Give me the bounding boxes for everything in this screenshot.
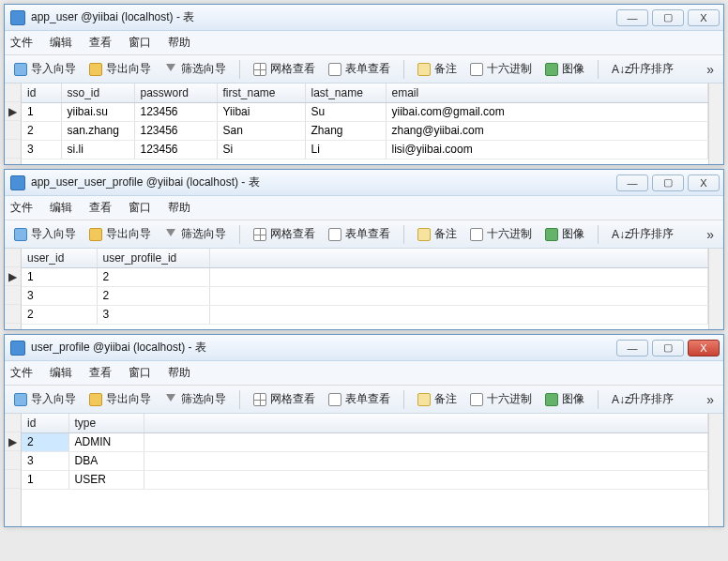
import-wizard-button[interactable]: 导入向导 (10, 389, 80, 409)
table-row[interactable]: 2 san.zhang 123456 San Zhang zhang@yiiba… (22, 121, 708, 140)
table-row[interactable]: 3 2 (22, 286, 708, 305)
cell[interactable]: 2 (22, 305, 97, 324)
table-row[interactable]: 2 ADMIN (22, 432, 708, 451)
cell[interactable]: 3 (97, 305, 209, 324)
titlebar[interactable]: user_profile @yiibai (localhost) - 表 — ▢… (5, 335, 723, 361)
grid-view-button[interactable]: 网格查看 (250, 59, 319, 79)
maximize-button[interactable]: ▢ (652, 9, 684, 26)
menu-edit[interactable]: 编辑 (50, 200, 72, 216)
filter-wizard-button[interactable]: 筛选向导 (160, 59, 230, 79)
col-id[interactable]: id (22, 414, 68, 432)
export-wizard-button[interactable]: 导出向导 (85, 224, 155, 244)
col-user-profile-id[interactable]: user_profile_id (97, 249, 209, 267)
cell[interactable]: ADMIN (68, 432, 144, 451)
image-button[interactable]: 图像 (541, 389, 588, 409)
cell[interactable]: Si (217, 140, 305, 159)
cell-selected[interactable]: 2 (22, 432, 68, 451)
menu-file[interactable]: 文件 (10, 200, 33, 216)
import-wizard-button[interactable]: 导入向导 (10, 59, 80, 79)
menu-help[interactable]: 帮助 (168, 365, 190, 381)
grid-view-button[interactable]: 网格查看 (250, 389, 319, 409)
cell[interactable]: 3 (22, 451, 68, 470)
hex-button[interactable]: 十六进制 (466, 389, 536, 409)
col-sso-id[interactable]: sso_id (61, 83, 134, 102)
table-row[interactable]: 1 2 (22, 267, 708, 286)
cell[interactable]: 2 (97, 267, 209, 286)
menu-window[interactable]: 窗口 (129, 35, 151, 51)
export-wizard-button[interactable]: 导出向导 (85, 389, 155, 409)
menu-view[interactable]: 查看 (89, 35, 112, 51)
form-view-button[interactable]: 表单查看 (325, 224, 394, 244)
cell[interactable]: 123456 (134, 140, 217, 159)
sort-button[interactable]: A↓z升序排序 (608, 59, 677, 79)
cell[interactable]: 3 (22, 140, 61, 159)
cell[interactable]: lisi@yiibai.coom (386, 140, 708, 159)
memo-button[interactable]: 备注 (414, 224, 461, 244)
menu-help[interactable]: 帮助 (168, 200, 190, 216)
image-button[interactable]: 图像 (541, 59, 588, 79)
toolbar-more-button[interactable]: » (703, 227, 718, 242)
cell[interactable]: zhang@yiibai.com (386, 121, 708, 140)
menu-window[interactable]: 窗口 (129, 200, 151, 216)
hex-button[interactable]: 十六进制 (466, 59, 536, 79)
close-button[interactable]: X (688, 340, 720, 356)
hex-button[interactable]: 十六进制 (466, 224, 536, 244)
menu-view[interactable]: 查看 (89, 200, 112, 216)
col-type[interactable]: type (68, 414, 144, 432)
maximize-button[interactable]: ▢ (652, 174, 684, 191)
sort-button[interactable]: A↓z升序排序 (608, 389, 677, 409)
cell[interactable]: San (217, 121, 305, 140)
close-button[interactable]: X (688, 9, 720, 26)
col-first-name[interactable]: first_name (217, 83, 305, 102)
vertical-scrollbar[interactable] (708, 414, 723, 526)
cell[interactable]: Yiibai (217, 102, 305, 121)
col-last-name[interactable]: last_name (305, 83, 386, 102)
cell[interactable]: Su (305, 102, 386, 121)
minimize-button[interactable]: — (616, 174, 648, 191)
header-row[interactable]: user_id user_profile_id (22, 249, 708, 267)
cell[interactable]: 1 (22, 102, 61, 121)
filter-wizard-button[interactable]: 筛选向导 (160, 224, 230, 244)
minimize-button[interactable]: — (616, 340, 648, 356)
memo-button[interactable]: 备注 (414, 59, 461, 79)
cell[interactable]: USER (68, 470, 144, 489)
cell[interactable]: 123456 (134, 121, 217, 140)
data-grid[interactable]: user_id user_profile_id 1 2 3 2 2 3 (22, 249, 708, 329)
filter-wizard-button[interactable]: 筛选向导 (160, 389, 230, 409)
cell[interactable]: 1 (22, 470, 68, 489)
toolbar-more-button[interactable]: » (703, 62, 718, 77)
menu-help[interactable]: 帮助 (168, 35, 190, 51)
menu-file[interactable]: 文件 (10, 365, 33, 381)
form-view-button[interactable]: 表单查看 (325, 389, 394, 409)
cell[interactable]: Li (305, 140, 386, 159)
col-user-id[interactable]: user_id (22, 249, 97, 267)
memo-button[interactable]: 备注 (414, 389, 461, 409)
import-wizard-button[interactable]: 导入向导 (10, 224, 80, 244)
cell[interactable]: yiibai.su (61, 102, 134, 121)
close-button[interactable]: X (688, 174, 720, 191)
cell[interactable]: 2 (97, 286, 209, 305)
menu-view[interactable]: 查看 (89, 365, 112, 381)
toolbar-more-button[interactable]: » (703, 392, 718, 407)
table-row[interactable]: 1 USER (22, 470, 708, 489)
table-row[interactable]: 3 DBA (22, 451, 708, 470)
cell[interactable]: san.zhang (61, 121, 134, 140)
data-grid[interactable]: id sso_id password first_name last_name … (22, 83, 708, 164)
maximize-button[interactable]: ▢ (652, 340, 684, 356)
form-view-button[interactable]: 表单查看 (325, 59, 394, 79)
cell[interactable]: 2 (22, 121, 61, 140)
col-email[interactable]: email (386, 83, 708, 102)
col-password[interactable]: password (134, 83, 217, 102)
header-row[interactable]: id sso_id password first_name last_name … (22, 83, 708, 102)
vertical-scrollbar[interactable] (708, 83, 723, 164)
menu-edit[interactable]: 编辑 (50, 35, 72, 51)
image-button[interactable]: 图像 (541, 224, 588, 244)
table-row[interactable]: 3 si.li 123456 Si Li lisi@yiibai.coom (22, 140, 708, 159)
table-row[interactable]: 2 3 (22, 305, 708, 324)
cell[interactable]: 3 (22, 286, 97, 305)
cell[interactable]: si.li (61, 140, 134, 159)
cell[interactable]: Zhang (305, 121, 386, 140)
menu-edit[interactable]: 编辑 (50, 365, 72, 381)
cell[interactable]: DBA (68, 451, 144, 470)
minimize-button[interactable]: — (616, 9, 648, 26)
